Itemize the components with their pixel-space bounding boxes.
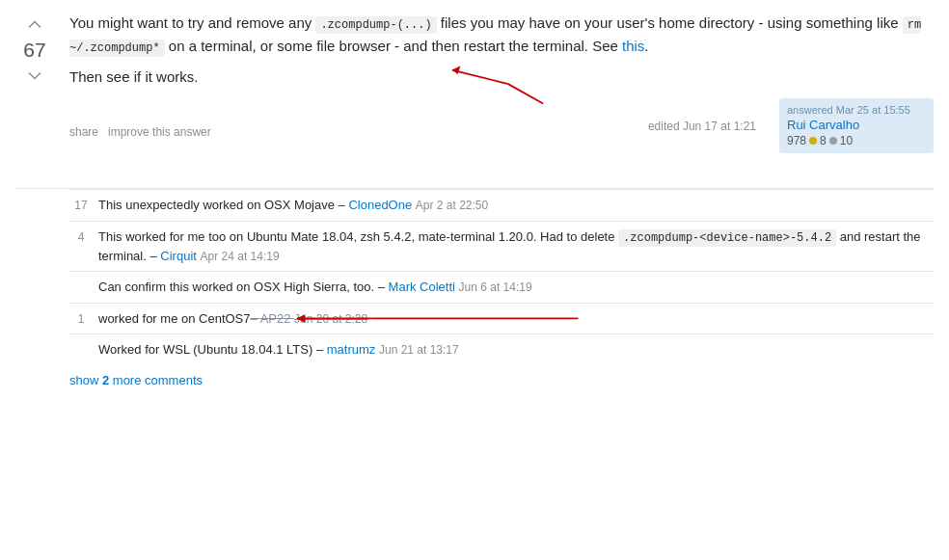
answer-meta: edited Jun 17 at 1:21 answered Mar 25 at…: [648, 98, 934, 153]
vote-up-button[interactable]: [20, 15, 49, 35]
answer: 67 You might want to try and remove any …: [0, 0, 949, 188]
comment-row: 17 This unexpectedly worked on OSX Mojav…: [69, 189, 934, 221]
gold-count: 8: [820, 134, 827, 147]
comments-section: 17 This unexpectedly worked on OSX Mojav…: [0, 189, 949, 407]
answer-paragraph-2: Then see if it works.: [69, 66, 934, 89]
comment-time-1: Apr 2 at 22:50: [416, 199, 488, 212]
comment-text-1: This unexpectedly worked on OSX Mojave –…: [98, 196, 934, 215]
user-name-link[interactable]: Rui Carvalho: [787, 118, 859, 132]
silver-dot: [829, 137, 837, 145]
text-before-link: on a terminal, or some file browser - an…: [165, 38, 622, 54]
text-before-code1: You might want to try and remove any: [69, 14, 315, 31]
gold-dot: [809, 137, 817, 145]
code-zcompdump: .zcompdump-(...): [315, 16, 436, 34]
comment-text-3: Can confirm this worked on OSX High Sier…: [98, 278, 934, 297]
edited-label: edited Jun 17 at 1:21: [648, 120, 756, 133]
comment-vote-4: 1: [69, 309, 93, 328]
vote-down-button[interactable]: [20, 66, 49, 85]
answered-label: answered Mar 25 at 15:55: [787, 104, 926, 116]
comment-row: Can confirm this worked on OSX High Sier…: [69, 271, 934, 303]
text-after-code1: files you may have on your user's home d…: [437, 14, 903, 31]
comment-row: Worked for WSL (Ubuntu 18.04.1 LTS) – ma…: [69, 333, 934, 365]
comment-text-4: worked for me on CentOS7– AP22 Jun 20 at…: [98, 309, 934, 329]
comment-author-5[interactable]: matrumz: [327, 342, 376, 357]
comment-time-5: Jun 21 at 13:17: [379, 343, 459, 357]
comment-author-4[interactable]: AP22: [260, 311, 291, 326]
show-more-post: more comments: [109, 373, 203, 387]
answer-paragraph-1: You might want to try and remove any .zc…: [69, 12, 934, 58]
answer-body: You might want to try and remove any .zc…: [69, 12, 934, 188]
comment-author-3[interactable]: Mark Coletti: [389, 280, 455, 294]
comment-time-4: Jun 20 at 2:28: [294, 312, 367, 326]
improve-link[interactable]: improve this answer: [108, 125, 211, 139]
rep-score: 978: [787, 134, 806, 147]
show-more-pre: show: [69, 373, 102, 387]
comment-time-3: Jun 6 at 14:19: [459, 280, 532, 294]
share-link[interactable]: share: [69, 125, 98, 139]
code-comment-2: .zcompdump-<device-name>-5.4.2: [618, 229, 836, 247]
comment-row: 1 worked for me on CentOS7– AP22 Jun 20 …: [69, 303, 934, 334]
comment-text-2: This worked for me too on Ubuntu Mate 18…: [98, 227, 934, 266]
user-reputation: 978 8 10: [787, 134, 926, 147]
comment-vote-1: 17: [69, 196, 93, 214]
answer-text: You might want to try and remove any .zc…: [69, 12, 934, 89]
show-more-comments-link[interactable]: show 2 more comments: [69, 365, 934, 395]
comment-row: 4 This worked for me too on Ubuntu Mate …: [69, 221, 934, 272]
comment-text-5: Worked for WSL (Ubuntu 18.04.1 LTS) – ma…: [98, 340, 934, 360]
vote-section: 67: [15, 12, 54, 188]
user-card: answered Mar 25 at 15:55 Rui Carvalho 97…: [779, 98, 934, 153]
comment-time-2: Apr 24 at 14:19: [201, 250, 280, 263]
comment-author-1[interactable]: ClonedOne: [348, 198, 412, 212]
comment-author-strikethrough: – AP22 Jun 20 at 2:28: [251, 311, 368, 326]
vote-count: 67: [23, 39, 45, 62]
this-link[interactable]: this: [622, 38, 644, 54]
comment-vote-2: 4: [69, 227, 93, 246]
answer-actions: share improve this answer edited Jun 17 …: [69, 98, 934, 165]
comment-author-2[interactable]: Cirquit: [160, 249, 197, 263]
silver-count: 10: [840, 134, 853, 147]
